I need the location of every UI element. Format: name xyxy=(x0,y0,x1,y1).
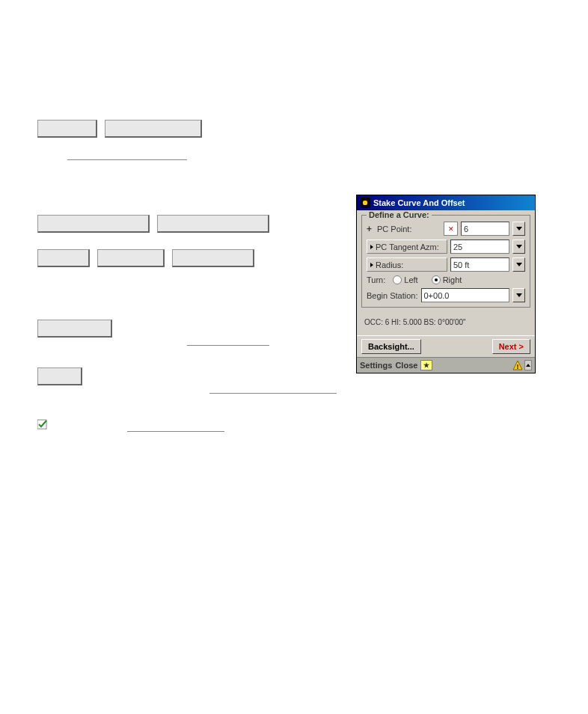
radius-row: Radius: 50 ft xyxy=(367,257,525,272)
bottom-bar: Settings Close ★ ! xyxy=(357,357,535,373)
pc-point-label: PC Point: xyxy=(377,225,441,234)
underline-placeholder xyxy=(127,417,224,432)
pc-tangent-row: PC Tangent Azm: 25 xyxy=(367,239,525,254)
map-pick-button[interactable]: ✕ xyxy=(444,222,458,236)
title-bar: Stake Curve And Offset xyxy=(357,195,535,210)
placeholder-button xyxy=(105,120,202,138)
svg-text:!: ! xyxy=(517,363,519,370)
next-button[interactable]: Next > xyxy=(492,339,530,354)
begin-station-label: Begin Station: xyxy=(367,291,418,300)
pc-tangent-dropdown[interactable] xyxy=(512,239,525,254)
document-body xyxy=(37,120,337,432)
warning-icon: ! xyxy=(512,360,523,370)
radio-icon xyxy=(432,275,441,284)
placeholder-button xyxy=(37,320,112,338)
dialog-title: Stake Curve And Offset xyxy=(373,198,465,207)
pc-tangent-button[interactable]: PC Tangent Azm: xyxy=(367,239,447,254)
turn-row: Turn: Left Right xyxy=(367,275,525,284)
checkbox-icon xyxy=(37,419,48,430)
turn-label: Turn: xyxy=(367,275,385,284)
expand-up-button[interactable] xyxy=(524,360,532,370)
backsight-button[interactable]: Backsight... xyxy=(361,339,421,354)
underline-placeholder xyxy=(187,331,269,346)
placeholder-button xyxy=(157,215,269,233)
radio-icon xyxy=(393,275,402,284)
placeholder-button xyxy=(172,249,254,267)
triangle-icon xyxy=(370,263,373,267)
underline-placeholder xyxy=(209,379,337,394)
triangle-icon xyxy=(370,245,373,249)
placeholder-button xyxy=(37,367,82,385)
begin-station-row: Begin Station: 0+00.0 xyxy=(367,288,525,302)
radius-dropdown[interactable] xyxy=(512,257,525,272)
status-line: OCC: 6 HI: 5.000 BS: 0°00'00" xyxy=(361,314,530,331)
radius-input[interactable]: 50 ft xyxy=(450,257,509,272)
fieldset-legend: Define a Curve: xyxy=(367,210,432,219)
begin-station-dropdown[interactable] xyxy=(512,288,525,302)
close-link[interactable]: Close xyxy=(395,361,417,370)
placeholder-button xyxy=(37,120,97,138)
turn-left-radio[interactable]: Left xyxy=(393,275,417,284)
pc-tangent-input[interactable]: 25 xyxy=(450,239,509,254)
pc-point-dropdown[interactable] xyxy=(512,222,525,236)
radius-button[interactable]: Radius: xyxy=(367,257,447,272)
favorites-button[interactable]: ★ xyxy=(420,360,432,370)
turn-right-radio[interactable]: Right xyxy=(432,275,462,284)
pc-point-input[interactable]: 6 xyxy=(461,222,509,236)
placeholder-button xyxy=(37,249,90,267)
underline-placeholder xyxy=(67,145,187,160)
placeholder-button xyxy=(37,215,150,233)
stake-curve-dialog: Stake Curve And Offset Define a Curve: +… xyxy=(356,195,536,373)
button-bar: Backsight... Next > xyxy=(357,335,535,357)
begin-station-input[interactable]: 0+00.0 xyxy=(421,288,510,302)
dialog-body: Define a Curve: + PC Point: ✕ 6 PC Tange… xyxy=(357,210,535,335)
placeholder-button xyxy=(97,249,165,267)
settings-link[interactable]: Settings xyxy=(360,361,392,370)
pc-point-row: + PC Point: ✕ 6 xyxy=(367,222,525,236)
plus-icon: + xyxy=(367,224,372,234)
app-icon xyxy=(360,198,370,208)
define-curve-fieldset: Define a Curve: + PC Point: ✕ 6 PC Tange… xyxy=(361,215,530,308)
